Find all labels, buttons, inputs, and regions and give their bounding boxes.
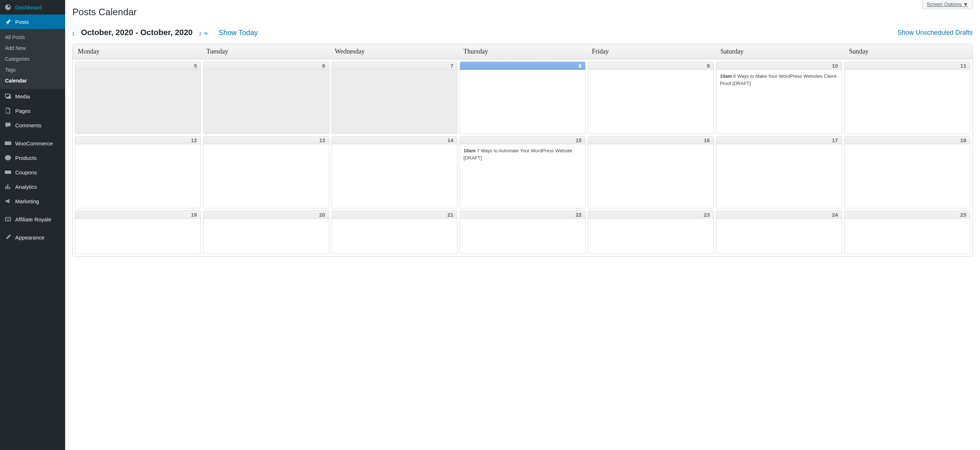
day-number: 24	[716, 211, 842, 219]
day-number: 11	[845, 62, 970, 70]
sidebar-item-posts[interactable]: Posts	[0, 14, 65, 29]
event-title: 7 Ways to Automate Your WordPress Websit…	[464, 148, 572, 161]
calendar-day[interactable]: 5	[75, 62, 201, 134]
submenu-all-posts[interactable]: All Posts	[0, 32, 65, 43]
posts-calendar: Monday Tuesday Wednesday Thursday Friday…	[72, 44, 973, 256]
sidebar-item-media[interactable]: Media	[0, 89, 65, 103]
calendar-day[interactable]: 19	[75, 210, 201, 254]
weekday-header: Tuesday	[201, 44, 330, 59]
calendar-day[interactable]: 7	[331, 62, 457, 134]
weekday-header: Sunday	[844, 44, 972, 59]
menu-separator	[0, 208, 65, 212]
event-title: 6 Ways to Make Your WordPress Websites C…	[720, 73, 837, 86]
sidebar-item-label: Media	[15, 93, 30, 100]
day-number: 6	[204, 62, 329, 70]
submenu-tags[interactable]: Tags	[0, 64, 65, 75]
menu-separator	[0, 226, 65, 230]
calendar-day[interactable]: 11	[844, 62, 970, 134]
day-number: 7	[332, 62, 457, 70]
submenu-categories[interactable]: Categories	[0, 54, 65, 64]
calendar-day-today[interactable]: 8	[460, 62, 585, 134]
pages-icon	[4, 107, 11, 114]
calendar-day[interactable]: 23	[588, 210, 714, 254]
calendar-day[interactable]: 13	[203, 136, 329, 208]
sidebar-item-products[interactable]: Products	[0, 151, 65, 165]
calendar-body: 5 6 7 8 9 10 10am 6 Ways to Make Your Wo…	[73, 59, 972, 256]
analytics-icon	[4, 183, 11, 190]
sidebar-item-label: Posts	[15, 19, 29, 25]
affiliate-icon	[4, 216, 11, 223]
day-number: 12	[75, 137, 200, 144]
weekday-header: Monday	[73, 44, 201, 59]
sidebar-item-analytics[interactable]: Analytics	[0, 180, 65, 194]
megaphone-icon	[4, 197, 11, 205]
day-number: 8	[460, 62, 585, 70]
main-content: Screen Options ▼ Posts Calendar ‹ Octobe…	[65, 0, 980, 450]
day-number: 17	[716, 137, 842, 144]
sidebar-item-label: Appearance	[15, 234, 45, 240]
day-number: 10	[716, 62, 842, 70]
calendar-day[interactable]: 22	[460, 210, 585, 254]
calendar-day[interactable]: 18	[844, 136, 970, 208]
calendar-header-row: Monday Tuesday Wednesday Thursday Friday…	[73, 44, 972, 59]
calendar-day[interactable]: 24	[716, 210, 842, 254]
calendar-day[interactable]: 6	[203, 62, 329, 134]
sidebar-item-woocommerce[interactable]: WooCommerce	[0, 136, 65, 151]
date-range: October, 2020 - October, 2020	[81, 28, 192, 37]
calendar-day[interactable]: 16	[588, 136, 714, 208]
sidebar-item-comments[interactable]: Comments	[0, 118, 65, 132]
sidebar-item-affiliate[interactable]: Affiliate Royale	[0, 212, 65, 226]
brush-icon	[4, 234, 11, 241]
calendar-day[interactable]: 15 10am 7 Ways to Automate Your WordPres…	[460, 136, 585, 208]
weekday-header: Thursday	[458, 44, 587, 59]
jump-forward-link[interactable]: »	[204, 29, 208, 37]
submenu-calendar[interactable]: Calendar	[0, 75, 65, 86]
woo-icon	[4, 140, 11, 147]
calendar-day[interactable]: 21	[331, 210, 457, 254]
screen-options-button[interactable]: Screen Options ▼	[922, 0, 973, 9]
posts-submenu: All Posts Add New Categories Tags Calend…	[0, 29, 65, 89]
sidebar-item-label: Coupons	[15, 169, 37, 175]
menu-separator	[0, 132, 65, 136]
calendar-day[interactable]: 20	[203, 210, 329, 254]
day-number: 18	[845, 137, 970, 144]
day-number: 13	[204, 137, 329, 144]
next-month-link[interactable]: ›	[199, 29, 201, 37]
calendar-day[interactable]: 10 10am 6 Ways to Make Your WordPress We…	[716, 62, 842, 134]
sidebar-item-label: Comments	[15, 122, 41, 129]
calendar-day[interactable]: 17	[716, 136, 842, 208]
prev-month-link[interactable]: ‹	[72, 29, 75, 37]
show-today-link[interactable]: Show Today	[219, 29, 258, 37]
sidebar-item-coupons[interactable]: Coupons	[0, 165, 65, 180]
admin-sidebar: Dashboard Posts All Posts Add New Catego…	[0, 0, 65, 450]
sidebar-item-marketing[interactable]: Marketing	[0, 194, 65, 208]
day-number: 19	[75, 211, 200, 219]
weekday-header: Saturday	[716, 44, 844, 59]
screen-options-label: Screen Options ▼	[927, 2, 968, 7]
sidebar-item-appearance[interactable]: Appearance	[0, 230, 65, 245]
calendar-day[interactable]: 25	[844, 210, 970, 254]
day-number: 9	[588, 62, 713, 70]
calendar-event[interactable]: 10am 7 Ways to Automate Your WordPress W…	[460, 144, 585, 164]
day-number: 20	[204, 211, 329, 219]
sidebar-item-dashboard[interactable]: Dashboard	[0, 0, 65, 14]
calendar-day[interactable]: 12	[75, 136, 201, 208]
coupons-icon	[4, 169, 11, 176]
day-number: 23	[588, 211, 713, 219]
dashboard-icon	[4, 4, 11, 11]
sidebar-item-label: Analytics	[15, 184, 37, 190]
calendar-day[interactable]: 14	[331, 136, 457, 208]
submenu-add-new[interactable]: Add New	[0, 43, 65, 54]
svg-rect-0	[5, 142, 11, 145]
sidebar-item-pages[interactable]: Pages	[0, 103, 65, 118]
sidebar-item-label: Dashboard	[15, 4, 41, 11]
show-unscheduled-drafts-link[interactable]: Show Unscheduled Drafts	[897, 29, 973, 37]
event-time: 10am	[464, 148, 476, 153]
sidebar-item-label: Marketing	[15, 198, 39, 204]
calendar-event[interactable]: 10am 6 Ways to Make Your WordPress Websi…	[716, 70, 842, 90]
calendar-day[interactable]: 9	[588, 62, 714, 134]
calendar-nav: ‹ October, 2020 - October, 2020 › » Show…	[72, 28, 973, 37]
day-number: 16	[588, 137, 713, 144]
event-time: 10am	[720, 73, 732, 79]
day-number: 22	[460, 211, 585, 219]
